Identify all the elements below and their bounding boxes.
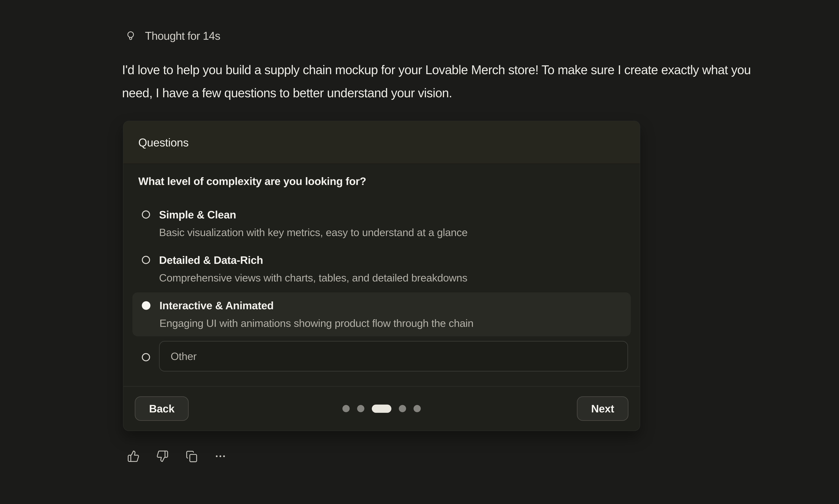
thumbs-down-button[interactable] — [156, 450, 169, 463]
more-options-button[interactable] — [214, 450, 227, 463]
questions-card: Questions What level of complexity are y… — [123, 121, 640, 431]
copy-button[interactable] — [185, 450, 198, 463]
questions-card-body: What level of complexity are you looking… — [123, 164, 640, 375]
option-texts: Interactive & Animated Engaging UI with … — [159, 300, 473, 329]
thumbs-up-button[interactable] — [127, 450, 140, 463]
option-detailed-data-rich[interactable]: Detailed & Data-Rich Comprehensive views… — [133, 247, 631, 291]
thumbs-down-icon — [156, 450, 169, 463]
pagination-dot — [343, 405, 350, 412]
copy-icon — [185, 450, 198, 463]
option-simple-clean[interactable]: Simple & Clean Basic visualization with … — [133, 202, 631, 246]
questions-card-footer: Back Next — [123, 386, 640, 431]
pagination-dot — [357, 405, 364, 412]
next-button[interactable]: Next — [577, 396, 628, 421]
pagination-dot — [399, 405, 406, 412]
option-description: Basic visualization with key metrics, ea… — [159, 226, 468, 238]
assistant-message: I'd love to help you build a supply chai… — [122, 58, 755, 105]
thought-toggle[interactable]: Thought for 14s — [125, 29, 220, 43]
radio-selected-icon[interactable] — [142, 301, 151, 310]
chat-response-area: Thought for 14s I'd love to help you bui… — [0, 0, 839, 504]
question-text: What level of complexity are you looking… — [138, 175, 631, 187]
lightbulb-icon — [125, 29, 137, 43]
message-actions — [127, 450, 227, 463]
option-interactive-animated[interactable]: Interactive & Animated Engaging UI with … — [133, 292, 631, 336]
options-list: Simple & Clean Basic visualization with … — [133, 202, 631, 375]
option-description: Engaging UI with animations showing prod… — [159, 317, 473, 329]
radio-unselected-icon[interactable] — [142, 353, 150, 361]
other-option-input[interactable] — [159, 341, 628, 372]
card-title: Questions — [138, 136, 189, 149]
radio-unselected-icon[interactable] — [142, 211, 150, 219]
thought-duration-label: Thought for 14s — [145, 29, 220, 42]
pagination-dots — [343, 404, 421, 413]
option-description: Comprehensive views with charts, tables,… — [159, 272, 467, 284]
option-label: Detailed & Data-Rich — [159, 254, 467, 266]
pagination-dot — [414, 405, 421, 412]
option-label: Interactive & Animated — [159, 300, 473, 311]
option-texts: Detailed & Data-Rich Comprehensive views… — [159, 254, 467, 284]
option-other[interactable] — [133, 338, 631, 375]
option-texts: Simple & Clean Basic visualization with … — [159, 209, 468, 238]
thumbs-up-icon — [127, 450, 140, 463]
pagination-dot-active — [372, 404, 391, 413]
radio-unselected-icon[interactable] — [142, 256, 150, 264]
ellipsis-icon — [214, 450, 227, 463]
option-label: Simple & Clean — [159, 209, 468, 221]
questions-card-header: Questions — [123, 121, 640, 164]
back-button[interactable]: Back — [135, 396, 189, 421]
